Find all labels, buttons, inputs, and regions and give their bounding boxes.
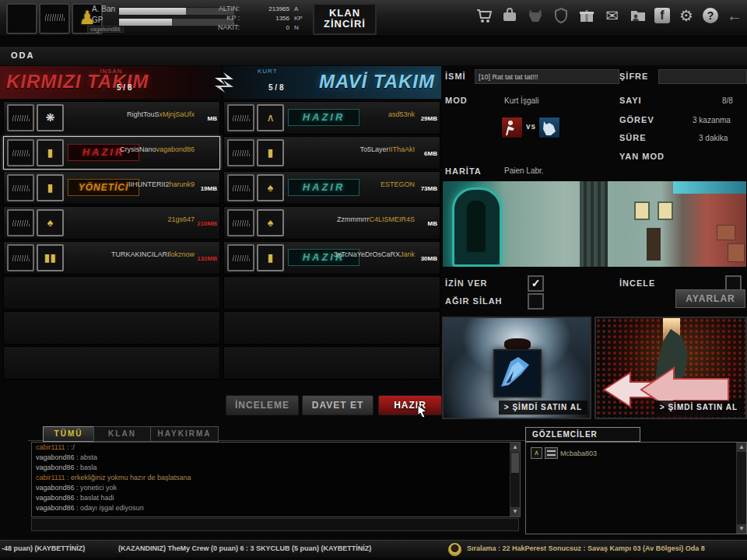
clan-badge-icon [7,104,34,131]
map-pillar [580,181,608,267]
clan-emblem-icon[interactable] [39,3,70,34]
tab-haykirma[interactable]: HAYKIRMA [150,426,219,442]
rank-icon: ▮▮ [37,244,64,271]
chat-message: cabir1111 : erkekliğiniz yokmu hazır de … [32,473,520,483]
player-subname: vagabond86 [87,26,124,33]
facebook-icon[interactable]: f [654,8,670,23]
mb-badge: 6MB [424,150,437,157]
chat-message-list[interactable]: cabir1111 : :/ vagabond86 : absta vagabo… [31,442,521,517]
buy-now-caption[interactable]: > ŞİMDİ SATIN AL [499,401,587,415]
nick-name: harunk9 [169,180,195,188]
chat-text: yonetici yok [80,484,117,492]
clan-badge-icon [227,139,254,166]
clan-badge-icon [7,244,34,271]
chat-user: vagabond86 [36,453,75,461]
rank-medal-icon [448,543,461,556]
altin-unit: A [294,5,298,12]
scroll-up-icon[interactable]: ▲ [737,443,746,452]
room-tab-bar: ODA [0,47,747,65]
chat-message: vagabond86 : absta [32,453,520,463]
sure-label: SÜRE [619,133,647,142]
rank-icon: ▮ [257,139,284,166]
team-swap-icon[interactable] [209,68,240,96]
clan-name: IIHUNTERII2 [128,180,170,188]
map-window [658,201,673,220]
chat-text: absta [80,453,97,461]
inventory-bag-icon[interactable] [500,6,519,25]
player-row[interactable]: ♠ ZzmmmrrrC4LISMEIR4S MB [223,206,440,240]
rank-icon: ▮ [37,174,64,201]
rank-icon: ▮ [257,244,284,271]
room-name-input[interactable] [475,69,619,84]
inceleme-button[interactable]: İNCELEME [226,395,299,415]
player-row[interactable]: ▮▮ TURKAKINCILARIlokznow 132MB [3,241,220,275]
clan-badge-icon [227,244,254,271]
player-row[interactable]: ♠ HAZIR ESTEGON 73MB [223,171,440,205]
clan-badge-icon [227,174,254,201]
promo-banner-red-wolf[interactable]: > ŞİMDİ SATIN AL [594,317,747,419]
player-row[interactable]: ❋ RightTouSxMjnjSaUfx MB [3,101,220,135]
ticker-left: -48 puan) (KAYBETTİNİZ) [2,544,85,552]
observers-scrollbar[interactable]: ▲ ▼ [736,443,746,534]
altin-value: 213965 [243,5,289,12]
empty-slot [223,346,440,380]
player-meta: A. Ban GP [92,5,115,26]
scroll-thumb[interactable] [511,453,519,473]
observer-row[interactable]: ∧ Mcbaba803 [531,447,597,459]
davet-et-button[interactable]: DAVET ET [302,395,374,415]
nakit-value: 0 [243,24,289,31]
scroll-up-icon[interactable]: ▲ [510,443,520,452]
tab-oda[interactable]: ODA [11,51,34,60]
player-row-selected[interactable]: ▮ HAZIR CrysisNanovagabond86 [3,136,220,170]
player-row[interactable]: ∧ HAZIR asd53nk 29MB [223,101,440,135]
tab-tumu[interactable]: TÜMÜ [43,426,94,442]
creature-silhouette-icon [467,201,486,252]
password-input[interactable] [658,69,747,84]
kp-label: KP : [193,14,240,22]
mb-badge: 210MB [197,220,217,227]
friends-folder-icon[interactable] [629,6,647,25]
red-team-list: ❋ RightTouSxMjnjSaUfx MB ▮ HAZIR CrysisN… [3,101,220,381]
blue-team-title: MAVİ TAKIM [319,71,435,93]
player-row[interactable]: ▮ YÖNETİCİ IIHUNTERII2harunk9 19MB [3,171,220,205]
observers-list[interactable]: ∧ Mcbaba803 ▲ ▼ [525,442,747,534]
shop-cart-icon[interactable] [475,6,493,25]
rank-icon: ❋ [37,104,64,131]
buy-now-caption[interactable]: > ŞİMDİ SATIN AL [654,401,743,415]
avatar[interactable] [6,3,37,34]
help-icon[interactable]: ? [703,8,718,23]
incele-label: İNCELE [619,278,655,288]
harita-label: HARİTA [445,166,482,176]
shield-icon[interactable] [552,6,570,25]
gift-icon[interactable] [577,6,596,25]
game-lobby-window: ♟ A. Ban GP vagabond86 ALTIN: KP : NAKİT… [0,0,747,560]
scroll-down-icon[interactable]: ▼ [737,524,746,534]
ayarlar-button[interactable]: AYARLAR [675,289,745,308]
chat-input[interactable] [31,518,519,531]
agir-silah-label: AĞIR SİLAH [445,296,503,306]
tab-klan[interactable]: KLAN [93,426,151,442]
agir-silah-checkbox[interactable] [528,293,544,310]
player-row[interactable]: ▮ To5LayerIIThaAkI 6MB [223,136,440,170]
sayi-label: SAYI [619,96,642,105]
mail-icon[interactable]: ✉ [603,6,622,25]
promo-banner-ice-wolf[interactable]: > ŞİMDİ SATIN AL [442,317,591,419]
nick-name: asd53nk [388,110,415,118]
nick-name: xMjnjSaUfx [159,110,195,118]
izin-ver-checkbox[interactable]: ✓ [528,275,544,292]
red-team-header: KIRMIZI TAKIM İNSAN 5 / 8 [0,66,220,99]
settings-gear-icon[interactable]: ⚙ [677,6,696,25]
back-arrow-icon[interactable]: ← [725,6,744,25]
chat-scrollbar[interactable]: ▲ ▼ [510,443,520,516]
blue-team-header: MAVİ TAKIM KURT 5 / 8 [223,66,441,99]
rank-icon: ▮ [37,139,64,166]
map-preview[interactable] [442,180,747,268]
player-row[interactable]: ♠ 21gs647 210MB [3,206,220,240]
empty-slot [223,311,440,345]
hazir-button[interactable]: HAZIR [378,395,442,415]
scroll-down-icon[interactable]: ▼ [510,507,520,516]
chat-user: vagabond86 [36,464,75,471]
map-crate [717,225,735,240]
wolf-head-icon[interactable] [526,6,545,25]
player-row[interactable]: ▮ HAZIR 3xTcNaYeDrOsCaRXJank 30MB [223,241,440,275]
